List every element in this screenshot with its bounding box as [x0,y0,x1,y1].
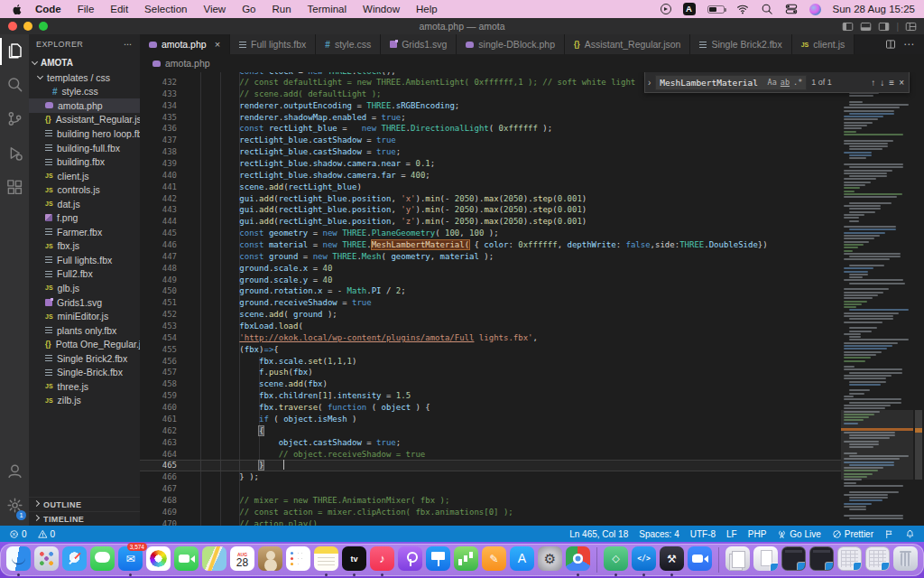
code-line-436[interactable]: 436 const rectLight_blue = new THREE.Dir… [140,123,841,135]
tab-client.js[interactable]: JSclient.js [792,34,855,54]
dock-window-dark-2[interactable] [808,545,835,575]
panel-right-icon[interactable] [878,21,890,33]
find-in-selection-icon[interactable]: ≡ [889,78,894,88]
explorer-item-Full2.fbx[interactable]: Full2.fbx [29,267,140,282]
apple-menu-icon[interactable] [7,4,27,15]
dock-vscode[interactable]: </> [631,545,657,575]
dock-contacts[interactable] [257,545,283,575]
explorer-item-plants only.fbx[interactable]: plants only.fbx [29,323,140,338]
dock-window-sheet-1[interactable] [836,545,863,575]
sidebar-section-outline[interactable]: OUTLINE [29,497,140,511]
explorer-item-building hero loop.fbx[interactable]: building hero loop.fbx [29,126,140,141]
code-line-441[interactable]: 441 scene.add(rectLight_blue) [140,182,841,193]
dock-documents[interactable] [725,545,751,575]
code-line-463[interactable]: 463 object.castShadow = true; [140,437,841,449]
activity-gear-icon[interactable]: 1 [0,489,29,524]
code-line-466[interactable]: 466 } ); [140,471,841,483]
activity-account-icon[interactable] [0,455,29,489]
dock-chrome[interactable] [565,545,591,575]
zoom-window-button[interactable] [39,22,48,31]
dock-local[interactable]: ◇ [603,545,629,575]
dock-finder[interactable] [5,545,32,575]
close-tab-icon[interactable]: × [215,39,220,50]
battery-icon[interactable] [707,5,725,14]
activity-search-icon[interactable] [0,69,29,103]
tab-Assistant_Regular.json[interactable]: {}Assistant_Regular.json [565,34,690,54]
dock-numbers[interactable] [453,545,479,575]
dock-appstore[interactable] [509,545,535,575]
code-line-462[interactable]: 462 { [140,425,841,437]
status-go-live[interactable]: Go Live [772,529,826,539]
code-line-453[interactable]: 453 fbxLoad.load( [140,321,841,332]
wifi-icon[interactable] [736,3,749,15]
code-line-461[interactable]: 461 if ( object.isMesh ) [140,414,841,425]
code-line-465[interactable]: 465 } [140,460,841,471]
explorer-item-style.css[interactable]: #style.css [29,85,140,99]
dock-mail[interactable]: ✉3,574 [117,545,143,575]
explorer-item-Potta One_Regular.j...[interactable]: {}Potta One_Regular.j... [29,337,140,351]
explorer-item-miniEditor.js[interactable]: JSminiEditor.js [29,309,140,323]
menu-help[interactable]: Help [408,4,446,14]
code-editor[interactable]: const clock = new THREE.Clock();432 // c… [140,72,924,526]
dock-messages[interactable] [89,545,116,575]
dock-facetime[interactable] [173,545,199,575]
explorer-item-Assistant_Regular.js...[interactable]: {}Assistant_Regular.js... [29,113,140,127]
panel-bottom-icon[interactable] [860,21,872,33]
explorer-item-templates / css[interactable]: templates / css [29,70,140,85]
code-line-468[interactable]: 468 // mixer = new THREE.AnimationMixer(… [140,495,841,507]
code-line-437[interactable]: 437 rectLight_blue.castShadow = true [140,135,841,146]
code-line-448[interactable]: 448 ground.scale.x = 40 [140,263,841,275]
dock-devtools[interactable]: ⚒ [659,545,685,575]
minimap[interactable] [841,72,913,526]
tab-style.css[interactable]: #style.css [316,34,381,54]
code-line-447[interactable]: 447 const ground = new THREE.Mesh( geome… [140,251,841,263]
code-line-460[interactable]: 460 fbx.traverse( function ( object ) { [140,402,841,414]
panel-left-icon[interactable] [842,21,854,33]
tab-Single Brick2.fbx[interactable]: Single Brick2.fbx [690,34,791,54]
scrollbar-thumb[interactable] [915,410,922,480]
code-line-454[interactable]: 454 'http://okok.local/wp-content/plugin… [140,332,841,344]
dock-launchpad[interactable] [33,545,60,575]
find-toggle-.*[interactable]: .* [793,78,802,87]
explorer-item-Single-Brick.fbx[interactable]: Single-Brick.fbx [29,365,140,379]
activity-debug-icon[interactable] [0,137,29,172]
explorer-item-client.js[interactable]: JSclient.js [29,169,140,183]
dock-reminders[interactable] [285,545,311,575]
spotlight-icon[interactable] [761,3,773,15]
tab-amota.php[interactable]: amota.php× [140,34,230,54]
layout-customize-icon[interactable] [905,21,917,33]
dock-pages[interactable]: ✎ [481,545,507,575]
code-line-440[interactable]: 440 rectLight_blue.shadow.camera.far = 4… [140,170,841,182]
explorer-more-icon[interactable]: ⋯ [124,40,133,49]
find-toggle-ab[interactable]: ab [781,78,790,87]
dock-zoom[interactable] [687,545,713,575]
dock-keynote[interactable] [425,545,451,575]
code-line-438[interactable]: 438 rectLight_blue.castShadow = true; [140,146,841,158]
menu-edit[interactable]: Edit [102,4,136,14]
explorer-item-Single Brick2.fbx[interactable]: Single Brick2.fbx [29,351,140,366]
code-line-435[interactable]: 435 renderer.shadowMap.enabled = true; [140,112,841,124]
code-line-464[interactable]: 464 // object.receiveShadow = true [140,449,841,461]
find-next-icon[interactable]: ↓ [880,78,884,88]
scrollbar[interactable] [913,72,924,526]
dock-podcasts[interactable] [397,545,423,575]
menu-code[interactable]: Code [27,4,69,14]
menu-clock[interactable]: Sun 28 Aug 15:25 [833,4,915,14]
breadcrumb[interactable]: amota.php [140,54,924,72]
dock-photos[interactable] [145,545,171,575]
dock-doc-badge[interactable] [753,545,779,575]
status-spaces-4[interactable]: Spaces: 4 [633,529,684,539]
code-line-450[interactable]: 450 ground.rotation.x = - Math.PI / 2; [140,285,841,297]
status-ln-465-col-18[interactable]: Ln 465, Col 18 [564,529,633,539]
dock-music[interactable]: ♪ [369,545,395,575]
screen-record-icon[interactable] [661,4,671,14]
code-line-439[interactable]: 439 rectLight_blue.shadow.camera.near = … [140,158,841,170]
explorer-item-building-full.fbx[interactable]: building-full.fbx [29,141,140,155]
code-line-442[interactable]: 442 gui.add(rectLight_blue.position, 'x'… [140,193,841,205]
status-php[interactable]: PHP [743,529,772,539]
explorer-item-Farmer.fbx[interactable]: Farmer.fbx [29,225,140,239]
code-line-456[interactable]: 456 fbx.scale.set(1,1,1) [140,356,841,368]
dock-tv[interactable]: tv [341,545,367,575]
close-window-button[interactable] [8,22,17,31]
activity-extensions-icon[interactable] [0,172,29,206]
